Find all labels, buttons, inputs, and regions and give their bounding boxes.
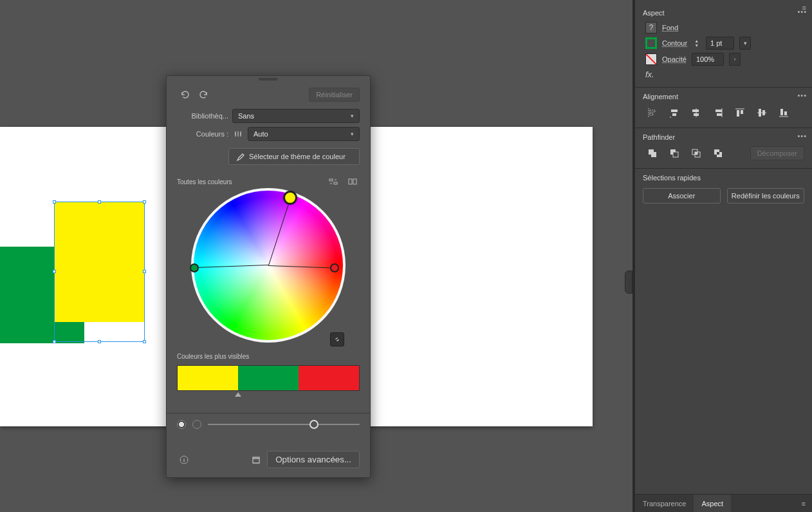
pathfinder-section: Pathfinder Décomposer ••• (635, 128, 812, 169)
quick-selections-title: Sélections rapides (643, 174, 804, 182)
align-vcenter-icon[interactable] (733, 106, 747, 120)
theme-picker-label: Sélecteur de thème de couleur (249, 153, 346, 160)
color-wheel[interactable] (191, 188, 346, 343)
chevron-down-icon: ▾ (351, 131, 354, 137)
align-hcenter-icon[interactable] (667, 106, 681, 120)
all-colors-label: Toutes les couleurs (177, 178, 232, 185)
opacite-label[interactable]: Opacité (662, 55, 687, 63)
color-weight-slider-thumb[interactable] (235, 392, 241, 397)
contour-label[interactable]: Contour (662, 39, 687, 47)
color-theme-picker-button[interactable]: Sélecteur de thème de couleur (228, 148, 360, 165)
pathfinder-title: Pathfinder (643, 133, 804, 141)
stroke-weight-input[interactable] (706, 37, 734, 50)
saturation-mode-radio[interactable] (177, 420, 186, 429)
color-swatch[interactable] (238, 366, 299, 390)
svg-rect-14 (762, 110, 765, 115)
section-more-icon[interactable]: ••• (797, 91, 807, 99)
stroke-weight-dropdown[interactable]: ▾ (739, 37, 751, 50)
dialog-drag-grip[interactable] (259, 78, 278, 81)
decompose-button[interactable]: Décomposer (750, 146, 804, 160)
align-left-icon[interactable] (645, 106, 660, 120)
redo-icon[interactable] (196, 88, 212, 102)
pf-exclude-icon[interactable] (711, 146, 725, 160)
save-to-library-icon[interactable] (249, 453, 263, 466)
most-visible-colors-label: Couleurs les plus visibles (177, 353, 360, 360)
svg-rect-9 (715, 109, 722, 112)
selection-handle-br[interactable] (143, 340, 146, 343)
align-top-icon[interactable] (711, 106, 725, 120)
fill-swatch-unknown[interactable]: ? (645, 22, 657, 33)
saturation-slider-thumb[interactable] (309, 420, 318, 429)
svg-rect-17 (673, 152, 678, 157)
opacity-more-button[interactable]: › (729, 53, 741, 66)
opacity-swatch[interactable] (645, 53, 657, 65)
color-wheel-node[interactable] (330, 263, 339, 272)
align-right-icon[interactable] (689, 106, 703, 120)
svg-rect-15 (780, 109, 783, 115)
selection-handle-tm[interactable] (98, 200, 101, 204)
stroke-weight-up[interactable]: ▲ (692, 39, 701, 43)
color-wheel-node[interactable] (283, 191, 297, 205)
color-swatch[interactable] (178, 366, 238, 390)
selection-handle-tr[interactable] (143, 200, 146, 204)
svg-rect-23 (717, 152, 719, 155)
tab-transparence[interactable]: Transparence (635, 495, 694, 512)
recolor-artwork-dialog: Réinitialiser Bibliothèq... Sans ▾ Coule… (166, 75, 371, 478)
library-label: Bibliothèq... (177, 112, 228, 120)
brightness-mode-radio[interactable] (192, 420, 201, 429)
opacity-input[interactable] (692, 53, 724, 66)
selection-handle-ml[interactable] (53, 270, 56, 273)
prominent-colors-swatches[interactable] (177, 365, 360, 391)
advanced-options-button[interactable]: Options avancées... (267, 451, 360, 468)
color-wheel-node[interactable] (190, 263, 199, 272)
selection-handle-tl[interactable] (53, 200, 56, 204)
shuffle-colors-icon[interactable] (232, 128, 244, 140)
color-mode-toggle-icon[interactable] (346, 176, 360, 187)
info-icon[interactable] (177, 453, 191, 466)
fond-label[interactable]: Fond (662, 24, 678, 32)
tabs-menu-icon[interactable]: ≡ (795, 500, 812, 507)
pf-unite-icon[interactable] (645, 146, 660, 160)
undo-icon[interactable] (177, 88, 192, 102)
bottom-tabs: Transparence Aspect ≡ (635, 494, 812, 512)
svg-rect-10 (717, 113, 722, 116)
redefinir-couleurs-button[interactable]: Redéfinir les couleurs (727, 188, 805, 204)
tab-aspect[interactable]: Aspect (694, 495, 731, 512)
stroke-weight-down[interactable]: ▼ (692, 43, 701, 48)
svg-rect-1 (334, 182, 337, 184)
section-more-icon[interactable]: ••• (797, 132, 807, 140)
svg-rect-11 (737, 110, 739, 117)
link-colors-icon[interactable] (330, 332, 344, 346)
reset-button[interactable]: Réinitialiser (309, 88, 360, 102)
svg-rect-6 (672, 113, 676, 116)
alignment-title: Alignement (643, 93, 804, 100)
quick-selections-section: Sélections rapides Associer Redéfinir le… (635, 169, 812, 211)
panel-collapse-handle[interactable] (625, 270, 632, 294)
pf-minus-front-icon[interactable] (667, 146, 681, 160)
svg-rect-3 (353, 179, 356, 184)
fx-button[interactable]: fx. (645, 70, 804, 79)
colors-dropdown[interactable]: Auto ▾ (248, 127, 360, 141)
library-dropdown[interactable]: Sans ▾ (232, 109, 360, 123)
selection-handle-bl[interactable] (53, 340, 56, 343)
align-bottom-icon[interactable] (755, 106, 769, 120)
associer-button[interactable]: Associer (643, 188, 721, 204)
color-swatch[interactable] (299, 366, 359, 390)
colors-dropdown-value: Auto (254, 130, 268, 138)
svg-rect-2 (349, 179, 352, 184)
stroke-swatch[interactable] (645, 37, 657, 49)
properties-sidepanel: ≡ Aspect ? Fond Contour ▲ ▼ ▾ Opacité › … (634, 0, 812, 512)
library-dropdown-value: Sans (238, 112, 254, 120)
saturation-slider[interactable] (208, 424, 360, 425)
section-more-icon[interactable]: ••• (797, 8, 807, 15)
alignment-section: Alignement ••• (635, 88, 812, 128)
aspect-title: Aspect (643, 9, 804, 17)
selection-bounding-box[interactable] (54, 202, 145, 342)
selection-handle-mr[interactable] (143, 270, 146, 273)
chevron-down-icon: ▾ (351, 113, 354, 119)
eyedropper-icon (235, 152, 245, 161)
link-harmony-colors-icon[interactable] (326, 176, 340, 187)
selection-handle-bm[interactable] (98, 340, 101, 343)
pf-intersect-icon[interactable] (689, 146, 703, 160)
distribute-icon[interactable] (777, 106, 791, 120)
